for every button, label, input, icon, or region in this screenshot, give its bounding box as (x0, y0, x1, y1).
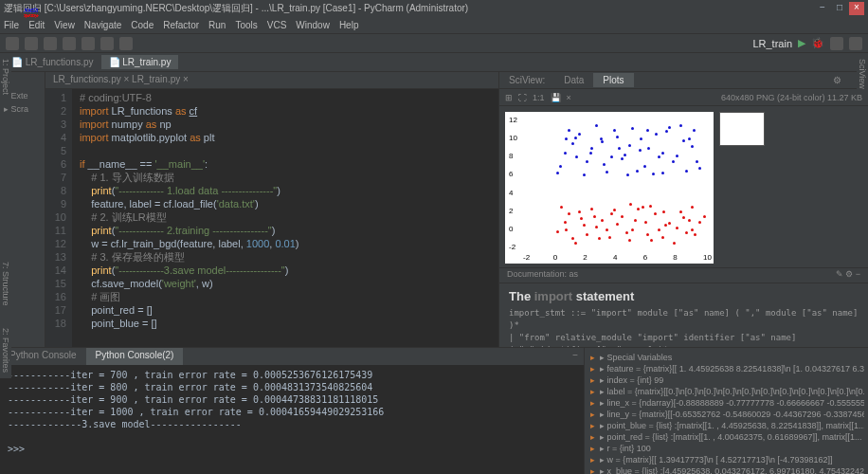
stop-icon[interactable] (830, 37, 843, 50)
editor-tabs: 📄 LR_functions.py📄 LR_train.py (0, 53, 868, 72)
tab-pyconsole2[interactable]: Python Console(2) (86, 348, 184, 365)
redo-icon[interactable] (63, 37, 76, 50)
editor-pane: LR_functions.py × LR_train.py × 12345678… (45, 72, 498, 347)
menu-view[interactable]: View (54, 20, 75, 30)
gear-icon[interactable]: ⚙ (823, 73, 851, 87)
structure-tab[interactable]: 7: Structure (0, 256, 11, 312)
documentation-panel: The import statement import_stmt ::= "im… (499, 283, 868, 347)
save-plot-icon[interactable]: 💾 (551, 93, 561, 102)
editor-tab[interactable]: 📄 LR_train.py (101, 55, 179, 69)
grid-icon[interactable]: ⊞ (505, 93, 513, 102)
code-editor[interactable]: 123456789101112131415161718 # coding:UTF… (45, 89, 498, 347)
doc-header: Documentation: as ✎ ⚙ − (499, 267, 868, 283)
var-row[interactable]: ▸▸ line_y = {matrix}[[-0.65352762 -0.548… (588, 409, 864, 420)
menu-help[interactable]: Help (339, 20, 359, 30)
menu-bar: FileEditViewNavigateCodeRefactorRunTools… (0, 17, 868, 34)
var-row[interactable]: ▸▸ r = {int} 100 (588, 443, 864, 454)
menu-refactor[interactable]: Refactor (163, 20, 199, 30)
run-config[interactable]: LR_train (752, 38, 792, 49)
plot-thumbnail[interactable] (719, 112, 765, 146)
favorites-tab[interactable]: 2: Favorites (0, 322, 11, 378)
paste-icon[interactable] (119, 37, 133, 50)
var-row[interactable]: ▸▸ w = {matrix}[[ 1.39417773]\n [ 4.5271… (588, 454, 864, 465)
hide-icon[interactable]: − (567, 348, 584, 365)
var-row[interactable]: ▸▸ point_red = {list} :[matrix[[1. , 4.0… (588, 431, 864, 443)
sidebar-item[interactable]: ▸ Scra (2, 102, 43, 116)
console-output[interactable]: -----------iter = 700 , train error rate… (0, 365, 584, 474)
menu-run[interactable]: Run (208, 20, 226, 30)
menu-file[interactable]: File (4, 20, 19, 30)
fit-icon[interactable]: ⛶ (518, 93, 527, 102)
var-row[interactable]: ▸▸ index = {int} 99 (588, 374, 864, 386)
maximize-button[interactable]: □ (832, 2, 847, 15)
edit-icon[interactable]: ✎ (836, 269, 843, 282)
scatter-plot[interactable]: -20246810-2024681012 (505, 112, 714, 264)
tab-pyconsole[interactable]: Python Console (0, 348, 86, 365)
toolbar: LR_train ▶ 🐞 (0, 34, 868, 53)
open-icon[interactable] (6, 37, 19, 50)
tab-plots[interactable]: Plots (593, 73, 633, 87)
undo-icon[interactable] (44, 37, 57, 50)
console-tabs: Python Console Python Console(2) − (0, 348, 584, 365)
menu-tools[interactable]: Tools (235, 20, 257, 30)
plot-area: -20246810-2024681012 (499, 106, 868, 267)
copy-icon[interactable] (100, 37, 114, 50)
run-icon[interactable]: ▶ (798, 37, 805, 49)
save-icon[interactable] (25, 37, 38, 50)
sciview-tool-tab[interactable]: SciView (857, 53, 868, 95)
hide-icon[interactable]: − (856, 269, 860, 282)
sciview-panel: SciView: Data Plots ⚙ − ⊞ ⛶ 1:1 💾 × 640x… (498, 72, 868, 347)
variables-panel[interactable]: ▸▸ Special Variables▸▸ feature = {matrix… (584, 348, 868, 474)
editor-tab[interactable]: 📄 LR_functions.py (4, 55, 101, 69)
cut-icon[interactable] (81, 37, 95, 50)
var-row[interactable]: ▸▸ x_blue = {list} :[4.45925638, 0.04327… (588, 465, 864, 474)
var-row[interactable]: ▸▸ Special Variables (588, 352, 864, 363)
plot-toolbar: ⊞ ⛶ 1:1 💾 × 640x480 PNG (24-bit color) 1… (499, 89, 868, 106)
menu-edit[interactable]: Edit (28, 20, 45, 30)
plot-info: 640x480 PNG (24-bit color) 11.27 KB (721, 93, 862, 102)
minimize-button[interactable]: − (815, 2, 830, 15)
console-panel: Python Console Python Console(2) − -----… (0, 348, 584, 474)
close-plot-icon[interactable]: × (567, 93, 571, 102)
var-row[interactable]: ▸▸ label = {matrix}[[0.]\n[0.]\n[0.]\n[0… (588, 386, 864, 397)
tab-data[interactable]: Data (554, 73, 593, 87)
close-button[interactable]: × (849, 2, 864, 15)
breadcrumb: LR_functions.py × LR_train.py × (45, 72, 498, 89)
menu-navigate[interactable]: Navigate (84, 20, 121, 30)
window-title: 逻辑回归 [C:\Users\zhangyuming.NERC\Desktop\… (4, 2, 813, 15)
debug-icon[interactable]: 🐞 (811, 37, 824, 49)
zoom-label[interactable]: 1:1 (533, 93, 545, 102)
doc-title: The import statement (509, 289, 859, 303)
sciview-label: SciView: (499, 73, 554, 87)
search-icon[interactable] (849, 37, 862, 50)
project-tool-tab[interactable]: 1: Project (0, 53, 11, 100)
var-row[interactable]: ▸▸ line_x = {ndarray}[-0.88888889 -0.777… (588, 397, 864, 409)
var-row[interactable]: ▸▸ point_blue = {list} :[matrix[[1. , 4.… (588, 420, 864, 431)
sciview-tabs: SciView: Data Plots ⚙ − (499, 72, 868, 89)
title-bar: 逻辑回归 [C:\Users\zhangyuming.NERC\Desktop\… (0, 0, 868, 17)
menu-code[interactable]: Code (131, 20, 154, 30)
menu-vcs[interactable]: VCS (267, 20, 287, 30)
var-row[interactable]: ▸▸ feature = {matrix}[[ 1. 4.45925638 8.… (588, 363, 864, 374)
menu-window[interactable]: Window (296, 20, 330, 30)
gear-icon[interactable]: ⚙ (845, 269, 853, 282)
